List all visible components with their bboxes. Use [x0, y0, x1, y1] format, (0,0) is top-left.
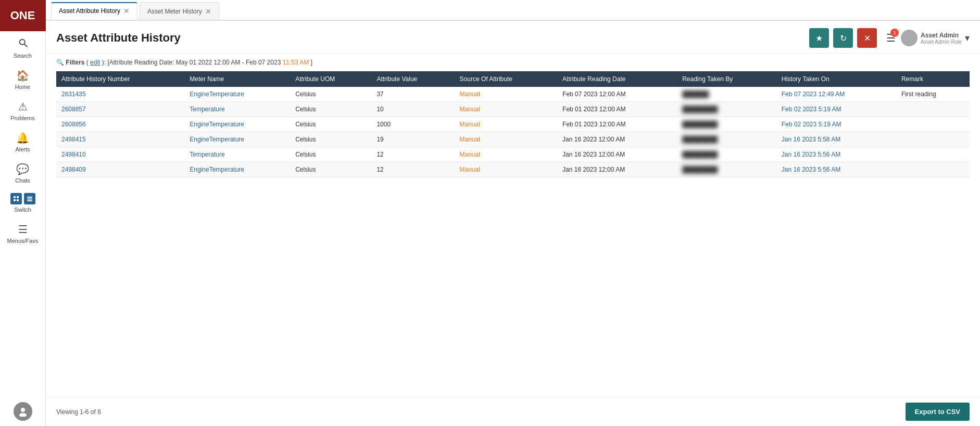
bell-icon: 🔔 [16, 132, 29, 144]
tab-asset-attribute-history[interactable]: Asset Attribute History ✕ [51, 2, 137, 20]
filter-suffix: ] [311, 59, 312, 66]
sidebar-item-switch-label: Switch [14, 206, 31, 213]
table-header: Attribute History Number Meter Name Attr… [56, 71, 970, 87]
table-wrap: Attribute History Number Meter Name Attr… [46, 71, 980, 397]
user-name: Asset Admin [921, 32, 962, 39]
col-remark: Remark [896, 71, 970, 87]
search-icon [18, 37, 28, 50]
sidebar: ONE Search 🏠 Home ⚠ Problems 🔔 Alerts 💬 … [0, 0, 46, 426]
tab-1-close[interactable]: ✕ [123, 7, 130, 15]
svg-point-0 [19, 40, 24, 45]
export-csv-button[interactable]: Export to CSV [906, 403, 970, 421]
filter-search-icon: 🔍 [56, 59, 66, 66]
filter-edit-paren-close: ): [102, 59, 106, 66]
sidebar-item-alerts-label: Alerts [15, 146, 30, 152]
svg-rect-4 [14, 199, 16, 201]
filter-time: 11:53 AM [283, 59, 309, 66]
col-attr-value: Attribute Value [371, 71, 454, 87]
sidebar-item-chats-label: Chats [15, 177, 30, 184]
app-logo: ONE [0, 0, 46, 31]
tab-asset-meter-history[interactable]: Asset Meter History ✕ [140, 2, 219, 20]
warning-icon: ⚠ [18, 100, 28, 113]
sidebar-bottom [0, 402, 45, 426]
col-source: Source Of Attribute [455, 71, 557, 87]
col-attr-hist-num: Attribute History Number [56, 71, 184, 87]
sidebar-item-problems[interactable]: ⚠ Problems [0, 94, 45, 125]
col-reading-taken-by: Reading Taken By [677, 71, 776, 87]
user-dropdown-arrow[interactable]: ▾ [965, 32, 970, 44]
content-area: Asset Attribute History ★ ↻ ✕ ☰ 1 Asset … [46, 21, 980, 426]
svg-rect-3 [17, 196, 19, 198]
table-row[interactable]: 2608857TemperatureCelsius10ManualFeb 01 … [56, 102, 970, 117]
user-info: Asset Admin Asset Admin Role ▾ [901, 30, 970, 46]
sidebar-item-switch[interactable]: Switch [0, 188, 45, 217]
home-icon: 🏠 [16, 69, 29, 82]
table-row[interactable]: 2631435EngineTemperatureCelsius37ManualF… [56, 87, 970, 102]
footer: Viewing 1-6 of 6 Export to CSV [46, 397, 980, 426]
menus-icon: ☰ [18, 223, 28, 236]
menu-button[interactable]: ☰ 1 [886, 32, 896, 44]
table-body: 2631435EngineTemperatureCelsius37ManualF… [56, 87, 970, 177]
close-button[interactable]: ✕ [857, 28, 877, 48]
user-avatar [901, 30, 918, 46]
svg-rect-5 [17, 199, 19, 201]
table-row[interactable]: 2498410TemperatureCelsius12ManualJan 16 … [56, 147, 970, 162]
filter-text: [Attribute Reading Date: May 01 2022 12:… [107, 59, 281, 66]
svg-rect-6 [27, 197, 32, 198]
data-table: Attribute History Number Meter Name Attr… [56, 71, 970, 177]
user-name-block: Asset Admin Asset Admin Role [921, 32, 962, 45]
table-row[interactable]: 2498415EngineTemperatureCelsius19ManualJ… [56, 132, 970, 147]
svg-line-1 [24, 44, 27, 47]
col-meter-name: Meter Name [184, 71, 290, 87]
page-title: Asset Attribute History [56, 31, 181, 45]
filter-edit-link[interactable]: edit [90, 59, 100, 66]
tabs-bar: Asset Attribute History ✕ Asset Meter Hi… [46, 0, 980, 21]
sidebar-item-home-label: Home [15, 84, 30, 90]
tab-2-close[interactable]: ✕ [205, 8, 211, 15]
switch-icon-left [10, 193, 22, 204]
filters-label: Filters [66, 59, 84, 66]
sidebar-item-menus[interactable]: ☰ Menus/Favs [0, 217, 45, 248]
sidebar-item-search[interactable]: Search [0, 31, 45, 63]
chat-icon: 💬 [16, 163, 29, 175]
tab-1-label: Asset Attribute History [59, 7, 120, 15]
header-right: ★ ↻ ✕ ☰ 1 Asset Admin Asset Admin Role ▾ [809, 28, 970, 48]
sidebar-item-problems-label: Problems [10, 115, 34, 121]
sidebar-item-menus-label: Menus/Favs [7, 238, 39, 244]
switch-icon-right [24, 193, 35, 204]
sidebar-item-search-label: Search [14, 53, 32, 59]
page-header: Asset Attribute History ★ ↻ ✕ ☰ 1 Asset … [46, 21, 980, 54]
filter-edit-paren: ( [86, 59, 89, 66]
table-row[interactable]: 2608856EngineTemperatureCelsius1000Manua… [56, 117, 970, 132]
header-actions: ★ ↻ ✕ [809, 28, 877, 48]
user-role: Asset Admin Role [921, 39, 962, 45]
filters-bar: 🔍 Filters ( edit ): [Attribute Reading D… [46, 54, 980, 71]
svg-point-9 [21, 408, 25, 412]
viewing-text: Viewing 1-6 of 6 [56, 408, 101, 416]
menu-badge: 1 [890, 29, 899, 37]
sidebar-item-alerts[interactable]: 🔔 Alerts [0, 125, 45, 157]
col-reading-date: Attribute Reading Date [557, 71, 677, 87]
refresh-button[interactable]: ↻ [833, 28, 853, 48]
tab-2-label: Asset Meter History [147, 8, 202, 15]
svg-rect-7 [27, 199, 32, 200]
col-attr-uom: Attribute UOM [290, 71, 371, 87]
svg-rect-2 [14, 196, 16, 198]
svg-rect-8 [27, 200, 32, 201]
switch-icons [10, 193, 35, 204]
sidebar-item-chats[interactable]: 💬 Chats [0, 157, 45, 188]
main-area: Asset Attribute History ✕ Asset Meter Hi… [46, 0, 980, 426]
favorite-button[interactable]: ★ [809, 28, 829, 48]
table-row[interactable]: 2498409EngineTemperatureCelsius12ManualJ… [56, 162, 970, 177]
avatar[interactable] [14, 402, 32, 421]
sidebar-item-home[interactable]: 🏠 Home [0, 63, 45, 94]
col-history-taken-on: History Taken On [776, 71, 896, 87]
svg-point-10 [19, 413, 27, 417]
